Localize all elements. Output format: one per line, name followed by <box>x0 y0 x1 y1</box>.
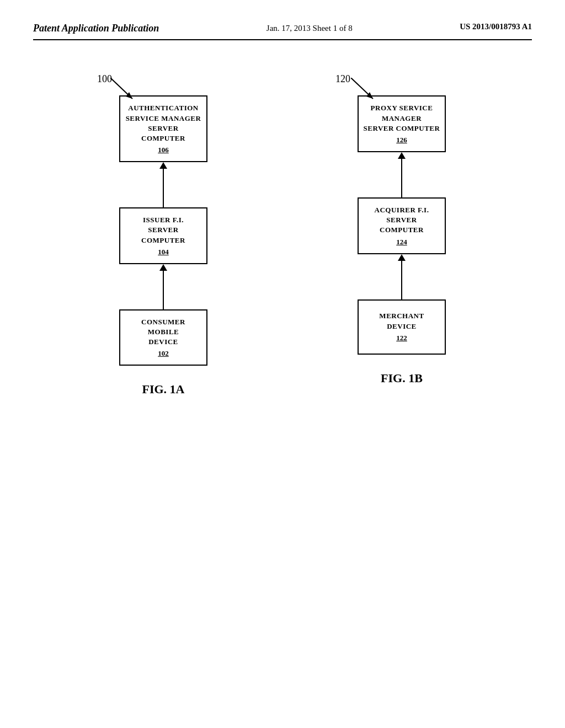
patent-number-label: US 2013/0018793 A1 <box>460 22 532 31</box>
arrowhead-up-icon <box>159 162 167 169</box>
arrowhead-up-4-icon <box>398 254 406 261</box>
ref-120-label: 120 <box>335 73 350 85</box>
arrow-line-2 <box>163 271 164 309</box>
ref-100-arrow-icon <box>110 78 149 105</box>
page: Patent Application Publication Jan. 17, … <box>0 0 565 728</box>
publication-label: Patent Application Publication <box>33 22 159 35</box>
arrowhead-up-3-icon <box>398 152 406 159</box>
page-header: Patent Application Publication Jan. 17, … <box>33 22 532 40</box>
node-122: MERCHANTDEVICE 122 <box>358 299 446 355</box>
node-126-text: PROXY SERVICEMANAGERSERVER COMPUTER <box>364 103 440 133</box>
node-104: ISSUER F.I.SERVERCOMPUTER 104 <box>119 207 207 264</box>
fig-1a-label: FIG. 1A <box>142 382 185 397</box>
date-sheet-label: Jan. 17, 2013 Sheet 1 of 8 <box>266 22 353 35</box>
diagram-fig1a: 100 AUTHENTICATIONSERVICE MANAGERSERVERC… <box>92 73 235 397</box>
node-102-text: CONSUMERMOBILEDEVICE <box>141 317 185 347</box>
arrow-106-to-104 <box>159 162 167 207</box>
fig-1b-label: FIG. 1B <box>381 371 423 386</box>
node-124-num: 124 <box>396 238 407 247</box>
ref-100-label: 100 <box>97 73 112 85</box>
ref-120-arrow-icon <box>351 78 390 105</box>
node-124-text: ACQUIRER F.I.SERVERCOMPUTER <box>375 205 429 235</box>
ref-100-container: 100 <box>97 73 152 104</box>
node-104-num: 104 <box>158 248 169 256</box>
node-106: AUTHENTICATIONSERVICE MANAGERSERVERCOMPU… <box>119 95 207 162</box>
node-106-num: 106 <box>158 146 169 154</box>
arrow-line <box>163 169 164 207</box>
node-102-num: 102 <box>158 349 169 358</box>
diagram-fig1b: 120 PROXY SERVICEMANAGERSERVER COMPUTER … <box>330 73 473 385</box>
arrow-124-to-122 <box>398 254 406 299</box>
arrow-104-to-102 <box>159 264 167 309</box>
node-124: ACQUIRER F.I.SERVERCOMPUTER 124 <box>358 197 446 254</box>
node-106-text: AUTHENTICATIONSERVICE MANAGERSERVERCOMPU… <box>126 103 201 143</box>
node-102: CONSUMERMOBILEDEVICE 102 <box>119 309 207 366</box>
node-104-text: ISSUER F.I.SERVERCOMPUTER <box>141 215 185 245</box>
arrow-126-to-124 <box>398 152 406 197</box>
node-122-num: 122 <box>396 334 407 342</box>
diagram-area: 100 AUTHENTICATIONSERVICE MANAGERSERVERC… <box>33 73 532 397</box>
node-126-num: 126 <box>396 136 407 144</box>
ref-120-container: 120 <box>335 73 391 104</box>
arrow-line-3 <box>401 159 402 197</box>
arrow-line-4 <box>401 261 402 299</box>
node-122-text: MERCHANTDEVICE <box>379 311 424 331</box>
arrowhead-up-2-icon <box>159 264 167 271</box>
